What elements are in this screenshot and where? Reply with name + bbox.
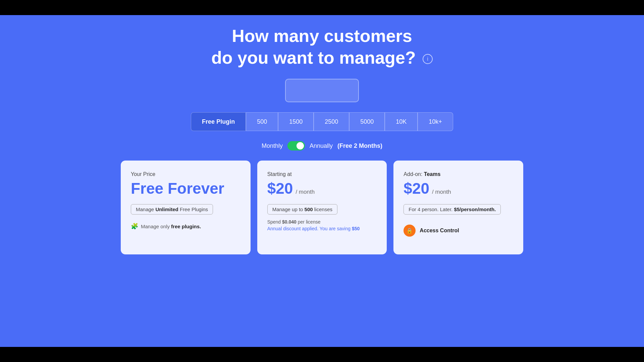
billing-monthly-label: Monthly xyxy=(262,142,283,149)
teams-addon-label: Add-on: Teams xyxy=(404,171,513,177)
free-card-label: Your Price xyxy=(131,171,240,177)
free-card-badge: Manage Unlimited Free Plugins xyxy=(131,204,213,215)
pricing-cards-row: Your Price Free Forever Manage Unlimited… xyxy=(121,161,523,254)
badge-suffix: Free Plugins xyxy=(178,206,208,212)
feature-bold: free plugins. xyxy=(171,224,201,229)
access-control-icon: 🔒 xyxy=(404,225,416,237)
info-icon[interactable]: i xyxy=(423,54,433,64)
starter-card-label: Starting at xyxy=(267,171,377,177)
tier-btn-10k[interactable]: 10K xyxy=(385,112,418,131)
tier-btn-2500[interactable]: 2500 xyxy=(314,112,349,131)
card-starter: Starting at $20 / month Manage up to 500… xyxy=(257,161,387,254)
tier-btn-5000[interactable]: 5000 xyxy=(349,112,385,131)
starter-saving: Annual discount applied. You are saving … xyxy=(267,226,377,231)
toggle-thumb xyxy=(297,142,304,149)
tier-buttons-group: Free Plugin 500 1500 2500 5000 10K 10k+ xyxy=(191,112,453,131)
teams-price-amount: $20 xyxy=(404,179,429,197)
tier-btn-500[interactable]: 500 xyxy=(246,112,278,131)
free-card-feature: 🧩 Manage only free plugins. xyxy=(131,223,240,230)
billing-annually-label: Annually xyxy=(310,142,333,149)
tier-btn-free-plugin[interactable]: Free Plugin xyxy=(191,112,246,131)
card-free: Your Price Free Forever Manage Unlimited… xyxy=(121,161,251,254)
billing-toggle[interactable] xyxy=(287,141,305,150)
badge-suffix: licenses xyxy=(313,206,332,212)
free-card-price: Free Forever xyxy=(131,179,240,197)
badge-bold: Unlimited xyxy=(155,206,178,212)
tier-btn-1500[interactable]: 1500 xyxy=(278,112,314,131)
badge-prefix: Manage xyxy=(136,206,155,212)
heading-line2: do you want to manage? xyxy=(211,48,416,67)
starter-price-row: $20 / month xyxy=(267,179,377,197)
tier-btn-10k-plus[interactable]: 10k+ xyxy=(418,112,453,131)
black-bar-top xyxy=(0,0,644,15)
black-bar-bottom xyxy=(0,347,644,362)
search-input-box[interactable] xyxy=(285,79,359,102)
teams-addon-bold: Teams xyxy=(424,171,441,177)
teams-price-period: / month xyxy=(432,189,451,195)
main-heading: How many customers do you want to manage… xyxy=(211,25,433,69)
plugin-icon: 🧩 xyxy=(131,223,138,230)
starter-price-amount: $20 xyxy=(267,179,293,197)
billing-free-months: (Free 2 Months) xyxy=(337,142,382,149)
heading-line1: How many customers xyxy=(232,26,412,46)
teams-for-persons: For 4 person. Later. $5/person/month. xyxy=(404,204,501,215)
starter-card-badge: Manage up to 500 licenses xyxy=(267,204,337,215)
for-persons-bold: $5/person/month. xyxy=(454,206,496,212)
main-content: How many customers do you want to manage… xyxy=(0,15,644,347)
access-control-label: Access Control xyxy=(420,228,459,234)
teams-price-row: $20 / month xyxy=(404,179,513,197)
card-teams: Add-on: Teams $20 / month For 4 person. … xyxy=(393,161,523,254)
saving-bold: $50 xyxy=(352,226,360,231)
feature-text: Manage only free plugins. xyxy=(141,224,201,229)
starter-price-period: / month xyxy=(296,189,315,195)
badge-prefix: Manage up to xyxy=(272,206,305,212)
starter-spend: Spend $0.040 per license xyxy=(267,219,377,225)
badge-bold: 500 xyxy=(305,206,313,212)
access-control-row: 🔒 Access Control xyxy=(404,225,513,237)
spend-bold: $0.040 xyxy=(282,219,297,225)
billing-toggle-row: Monthly Annually (Free 2 Months) xyxy=(262,141,382,150)
